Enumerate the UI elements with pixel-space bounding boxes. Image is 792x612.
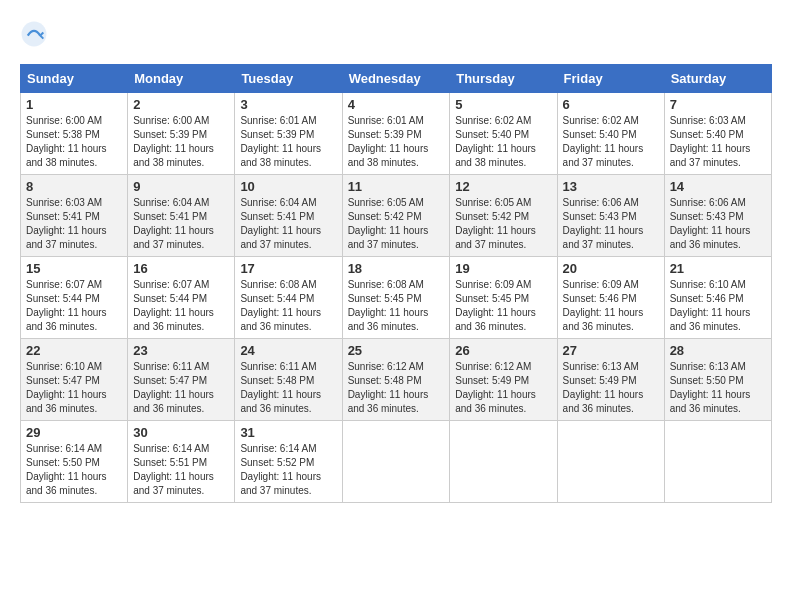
day-number: 29: [26, 425, 122, 440]
calendar-cell: 23Sunrise: 6:11 AM Sunset: 5:47 PM Dayli…: [128, 339, 235, 421]
calendar-cell: 27Sunrise: 6:13 AM Sunset: 5:49 PM Dayli…: [557, 339, 664, 421]
day-info: Sunrise: 6:03 AM Sunset: 5:40 PM Dayligh…: [670, 114, 766, 170]
day-number: 30: [133, 425, 229, 440]
day-number: 19: [455, 261, 551, 276]
calendar-cell: 9Sunrise: 6:04 AM Sunset: 5:41 PM Daylig…: [128, 175, 235, 257]
calendar-cell: 30Sunrise: 6:14 AM Sunset: 5:51 PM Dayli…: [128, 421, 235, 503]
day-number: 3: [240, 97, 336, 112]
day-info: Sunrise: 6:11 AM Sunset: 5:47 PM Dayligh…: [133, 360, 229, 416]
day-number: 23: [133, 343, 229, 358]
day-info: Sunrise: 6:14 AM Sunset: 5:52 PM Dayligh…: [240, 442, 336, 498]
day-info: Sunrise: 6:01 AM Sunset: 5:39 PM Dayligh…: [348, 114, 445, 170]
calendar-week-row: 1Sunrise: 6:00 AM Sunset: 5:38 PM Daylig…: [21, 93, 772, 175]
day-number: 31: [240, 425, 336, 440]
day-info: Sunrise: 6:08 AM Sunset: 5:44 PM Dayligh…: [240, 278, 336, 334]
day-number: 18: [348, 261, 445, 276]
logo-icon: [20, 20, 48, 48]
day-number: 2: [133, 97, 229, 112]
day-info: Sunrise: 6:09 AM Sunset: 5:45 PM Dayligh…: [455, 278, 551, 334]
calendar-cell: 12Sunrise: 6:05 AM Sunset: 5:42 PM Dayli…: [450, 175, 557, 257]
col-header-saturday: Saturday: [664, 65, 771, 93]
calendar-cell: 14Sunrise: 6:06 AM Sunset: 5:43 PM Dayli…: [664, 175, 771, 257]
calendar-cell: 28Sunrise: 6:13 AM Sunset: 5:50 PM Dayli…: [664, 339, 771, 421]
day-info: Sunrise: 6:06 AM Sunset: 5:43 PM Dayligh…: [563, 196, 659, 252]
calendar-cell: 19Sunrise: 6:09 AM Sunset: 5:45 PM Dayli…: [450, 257, 557, 339]
day-number: 17: [240, 261, 336, 276]
day-number: 16: [133, 261, 229, 276]
day-number: 8: [26, 179, 122, 194]
calendar-cell: 2Sunrise: 6:00 AM Sunset: 5:39 PM Daylig…: [128, 93, 235, 175]
day-info: Sunrise: 6:13 AM Sunset: 5:50 PM Dayligh…: [670, 360, 766, 416]
day-number: 4: [348, 97, 445, 112]
calendar-cell: 16Sunrise: 6:07 AM Sunset: 5:44 PM Dayli…: [128, 257, 235, 339]
day-info: Sunrise: 6:02 AM Sunset: 5:40 PM Dayligh…: [563, 114, 659, 170]
day-info: Sunrise: 6:04 AM Sunset: 5:41 PM Dayligh…: [133, 196, 229, 252]
calendar-cell: [342, 421, 450, 503]
day-info: Sunrise: 6:06 AM Sunset: 5:43 PM Dayligh…: [670, 196, 766, 252]
day-number: 13: [563, 179, 659, 194]
day-number: 28: [670, 343, 766, 358]
col-header-sunday: Sunday: [21, 65, 128, 93]
calendar-week-row: 15Sunrise: 6:07 AM Sunset: 5:44 PM Dayli…: [21, 257, 772, 339]
col-header-friday: Friday: [557, 65, 664, 93]
day-number: 14: [670, 179, 766, 194]
calendar-cell: 1Sunrise: 6:00 AM Sunset: 5:38 PM Daylig…: [21, 93, 128, 175]
day-number: 11: [348, 179, 445, 194]
day-info: Sunrise: 6:10 AM Sunset: 5:47 PM Dayligh…: [26, 360, 122, 416]
calendar-cell: 31Sunrise: 6:14 AM Sunset: 5:52 PM Dayli…: [235, 421, 342, 503]
calendar-cell: 18Sunrise: 6:08 AM Sunset: 5:45 PM Dayli…: [342, 257, 450, 339]
day-info: Sunrise: 6:05 AM Sunset: 5:42 PM Dayligh…: [455, 196, 551, 252]
calendar-cell: 6Sunrise: 6:02 AM Sunset: 5:40 PM Daylig…: [557, 93, 664, 175]
day-info: Sunrise: 6:04 AM Sunset: 5:41 PM Dayligh…: [240, 196, 336, 252]
calendar-cell: 10Sunrise: 6:04 AM Sunset: 5:41 PM Dayli…: [235, 175, 342, 257]
day-number: 15: [26, 261, 122, 276]
day-info: Sunrise: 6:07 AM Sunset: 5:44 PM Dayligh…: [26, 278, 122, 334]
calendar-week-row: 29Sunrise: 6:14 AM Sunset: 5:50 PM Dayli…: [21, 421, 772, 503]
day-info: Sunrise: 6:10 AM Sunset: 5:46 PM Dayligh…: [670, 278, 766, 334]
day-info: Sunrise: 6:00 AM Sunset: 5:39 PM Dayligh…: [133, 114, 229, 170]
day-number: 1: [26, 97, 122, 112]
calendar-week-row: 22Sunrise: 6:10 AM Sunset: 5:47 PM Dayli…: [21, 339, 772, 421]
day-number: 25: [348, 343, 445, 358]
day-number: 22: [26, 343, 122, 358]
day-info: Sunrise: 6:01 AM Sunset: 5:39 PM Dayligh…: [240, 114, 336, 170]
day-info: Sunrise: 6:12 AM Sunset: 5:49 PM Dayligh…: [455, 360, 551, 416]
day-number: 27: [563, 343, 659, 358]
day-info: Sunrise: 6:09 AM Sunset: 5:46 PM Dayligh…: [563, 278, 659, 334]
col-header-tuesday: Tuesday: [235, 65, 342, 93]
calendar-cell: 26Sunrise: 6:12 AM Sunset: 5:49 PM Dayli…: [450, 339, 557, 421]
col-header-thursday: Thursday: [450, 65, 557, 93]
calendar-table: SundayMondayTuesdayWednesdayThursdayFrid…: [20, 64, 772, 503]
day-info: Sunrise: 6:03 AM Sunset: 5:41 PM Dayligh…: [26, 196, 122, 252]
calendar-cell: 11Sunrise: 6:05 AM Sunset: 5:42 PM Dayli…: [342, 175, 450, 257]
calendar-cell: 15Sunrise: 6:07 AM Sunset: 5:44 PM Dayli…: [21, 257, 128, 339]
day-info: Sunrise: 6:05 AM Sunset: 5:42 PM Dayligh…: [348, 196, 445, 252]
day-info: Sunrise: 6:02 AM Sunset: 5:40 PM Dayligh…: [455, 114, 551, 170]
col-header-monday: Monday: [128, 65, 235, 93]
day-info: Sunrise: 6:12 AM Sunset: 5:48 PM Dayligh…: [348, 360, 445, 416]
calendar-cell: 22Sunrise: 6:10 AM Sunset: 5:47 PM Dayli…: [21, 339, 128, 421]
day-number: 10: [240, 179, 336, 194]
day-number: 12: [455, 179, 551, 194]
day-number: 20: [563, 261, 659, 276]
calendar-cell: 20Sunrise: 6:09 AM Sunset: 5:46 PM Dayli…: [557, 257, 664, 339]
day-number: 24: [240, 343, 336, 358]
day-info: Sunrise: 6:07 AM Sunset: 5:44 PM Dayligh…: [133, 278, 229, 334]
day-number: 26: [455, 343, 551, 358]
day-info: Sunrise: 6:13 AM Sunset: 5:49 PM Dayligh…: [563, 360, 659, 416]
day-number: 21: [670, 261, 766, 276]
calendar-cell: [664, 421, 771, 503]
calendar-cell: 3Sunrise: 6:01 AM Sunset: 5:39 PM Daylig…: [235, 93, 342, 175]
calendar-cell: 13Sunrise: 6:06 AM Sunset: 5:43 PM Dayli…: [557, 175, 664, 257]
day-info: Sunrise: 6:14 AM Sunset: 5:50 PM Dayligh…: [26, 442, 122, 498]
col-header-wednesday: Wednesday: [342, 65, 450, 93]
calendar-header-row: SundayMondayTuesdayWednesdayThursdayFrid…: [21, 65, 772, 93]
calendar-cell: 4Sunrise: 6:01 AM Sunset: 5:39 PM Daylig…: [342, 93, 450, 175]
day-info: Sunrise: 6:11 AM Sunset: 5:48 PM Dayligh…: [240, 360, 336, 416]
logo: [20, 20, 52, 48]
day-number: 9: [133, 179, 229, 194]
calendar-cell: 7Sunrise: 6:03 AM Sunset: 5:40 PM Daylig…: [664, 93, 771, 175]
calendar-cell: 17Sunrise: 6:08 AM Sunset: 5:44 PM Dayli…: [235, 257, 342, 339]
calendar-cell: [450, 421, 557, 503]
calendar-cell: 8Sunrise: 6:03 AM Sunset: 5:41 PM Daylig…: [21, 175, 128, 257]
